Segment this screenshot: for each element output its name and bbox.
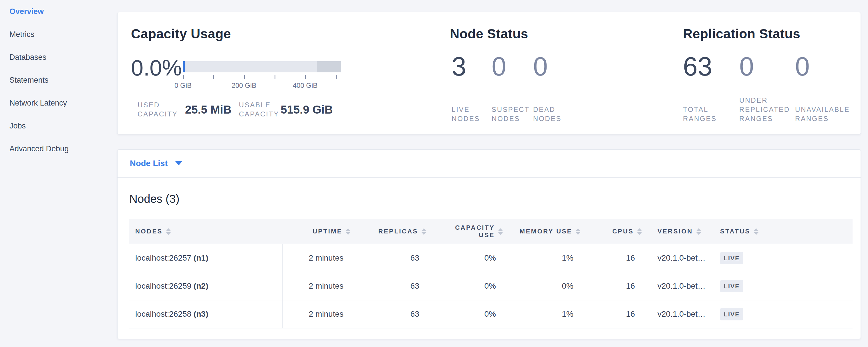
- capacity-usage-bar: [183, 61, 341, 72]
- sort-icon: [754, 228, 758, 235]
- live-nodes-stat: 3 LIVE NODES: [452, 53, 489, 123]
- cluster-summary-card: Capacity Usage 0.0% 0 GiB 200 GiB 400 Gi…: [117, 12, 861, 134]
- suspect-nodes-stat: 0 SUSPECT NODES: [492, 53, 529, 123]
- column-header-cpus[interactable]: CPUS: [583, 219, 645, 244]
- nodes-heading: Nodes (3): [129, 193, 180, 204]
- table-row: localhost:26259 (n2) 2 minutes 63 0% 0% …: [129, 272, 852, 300]
- cpus-cell: 16: [583, 272, 645, 300]
- capacity-stats: USED CAPACITY 25.5 MiB USABLE CAPACITY 5…: [137, 100, 333, 119]
- node-list-dropdown[interactable]: Node List: [118, 150, 861, 178]
- capacity-usage-title: Capacity Usage: [131, 26, 231, 41]
- sort-icon: [498, 228, 503, 235]
- suspect-nodes-value: 0: [492, 53, 529, 80]
- column-header-capacity-use[interactable]: CAPACITY USE: [429, 219, 506, 244]
- usable-capacity-label: USABLE CAPACITY: [239, 100, 279, 119]
- sidebar-item-statements[interactable]: Statements: [0, 69, 117, 92]
- column-header-version[interactable]: VERSION: [645, 219, 715, 244]
- node-id: (n2): [194, 282, 208, 290]
- used-capacity-value: 25.5 MiB: [185, 103, 231, 116]
- under-replicated-ranges-label: UNDER-REPLICATED RANGES: [739, 96, 801, 123]
- capacity-bar-used-marker: [183, 61, 185, 72]
- memory-use-cell: 1%: [506, 300, 583, 328]
- total-ranges-label: TOTAL RANGES: [683, 105, 735, 123]
- capacity-axis-ticks: [183, 75, 341, 79]
- status-cell: LIVE: [715, 272, 852, 300]
- sort-icon: [346, 228, 350, 235]
- uptime-cell: 2 minutes: [282, 300, 353, 328]
- sidebar-item-overview[interactable]: Overview: [0, 0, 117, 23]
- status-cell: LIVE: [715, 244, 852, 272]
- version-cell: v20.1.0-bet…: [645, 300, 715, 328]
- sidebar-item-jobs[interactable]: Jobs: [0, 115, 117, 137]
- cpus-cell: 16: [583, 244, 645, 272]
- uptime-cell: 2 minutes: [282, 272, 353, 300]
- total-ranges-stat: 63 TOTAL RANGES: [683, 53, 735, 123]
- cpus-cell: 16: [583, 300, 645, 328]
- node-id: (n3): [194, 310, 208, 318]
- usable-capacity-value: 515.9 GiB: [281, 103, 333, 116]
- column-header-memory-use[interactable]: MEMORY USE: [506, 219, 583, 244]
- version-cell: v20.1.0-bet…: [645, 244, 715, 272]
- sort-icon: [576, 228, 580, 235]
- live-nodes-value: 3: [452, 53, 489, 80]
- sidebar-item-databases[interactable]: Databases: [0, 46, 117, 69]
- capacity-use-cell: 0%: [429, 300, 506, 328]
- column-header-uptime[interactable]: UPTIME: [282, 219, 353, 244]
- live-nodes-label: LIVE NODES: [452, 105, 489, 123]
- suspect-nodes-label: SUSPECT NODES: [492, 105, 529, 123]
- capacity-use-cell: 0%: [429, 244, 506, 272]
- sidebar-item-metrics[interactable]: Metrics: [0, 23, 117, 46]
- axis-label-200: 200 GiB: [231, 82, 256, 90]
- used-capacity-label: USED CAPACITY: [137, 100, 183, 119]
- status-badge: LIVE: [720, 252, 743, 264]
- table-row: localhost:26257 (n1) 2 minutes 63 0% 1% …: [129, 244, 852, 272]
- axis-label-0: 0 GiB: [175, 82, 192, 90]
- sort-icon: [166, 228, 171, 235]
- sort-icon: [637, 228, 642, 235]
- chevron-down-icon: [175, 161, 182, 165]
- table-row: localhost:26258 (n3) 2 minutes 63 0% 1% …: [129, 300, 852, 328]
- status-badge: LIVE: [720, 280, 743, 292]
- unavailable-ranges-value: 0: [795, 53, 867, 80]
- dead-nodes-stat: 0 DEAD NODES: [533, 53, 570, 123]
- version-cell: v20.1.0-bet…: [645, 272, 715, 300]
- table-header-row: NODES UPTIME REPLICAS CAPACITY USE: [129, 219, 852, 244]
- memory-use-cell: 0%: [506, 272, 583, 300]
- unavailable-ranges-stat: 0 UNAVAILABLE RANGES: [795, 53, 867, 123]
- status-cell: LIVE: [715, 300, 852, 328]
- dead-nodes-label: DEAD NODES: [533, 105, 570, 123]
- node-address-cell: localhost:26258 (n3): [129, 300, 282, 328]
- node-list-card: Node List Nodes (3) NODES UPTIME: [117, 149, 861, 339]
- replicas-cell: 63: [353, 244, 429, 272]
- column-header-status[interactable]: STATUS: [715, 219, 852, 244]
- node-status-title: Node Status: [450, 26, 528, 41]
- memory-use-cell: 1%: [506, 244, 583, 272]
- node-address-cell: localhost:26257 (n1): [129, 244, 282, 272]
- sort-icon: [696, 228, 701, 235]
- column-header-replicas[interactable]: REPLICAS: [353, 219, 429, 244]
- status-badge: LIVE: [720, 308, 743, 320]
- column-header-nodes[interactable]: NODES: [129, 219, 282, 244]
- capacity-bar-reserved-segment: [317, 61, 341, 72]
- sort-icon: [422, 228, 426, 235]
- capacity-use-cell: 0%: [429, 272, 506, 300]
- sidebar: Overview Metrics Databases Statements Ne…: [0, 0, 117, 347]
- uptime-cell: 2 minutes: [282, 244, 353, 272]
- total-ranges-value: 63: [683, 53, 735, 80]
- axis-label-400: 400 GiB: [293, 82, 318, 90]
- under-replicated-ranges-value: 0: [739, 53, 801, 80]
- sidebar-item-advanced-debug[interactable]: Advanced Debug: [0, 137, 117, 160]
- under-replicated-ranges-stat: 0 UNDER-REPLICATED RANGES: [739, 53, 801, 123]
- replicas-cell: 63: [353, 300, 429, 328]
- dead-nodes-value: 0: [533, 53, 570, 80]
- nodes-table: NODES UPTIME REPLICAS CAPACITY USE: [129, 219, 852, 328]
- sidebar-item-network-latency[interactable]: Network Latency: [0, 92, 117, 115]
- replicas-cell: 63: [353, 272, 429, 300]
- node-list-dropdown-label: Node List: [130, 159, 167, 168]
- capacity-used-percent: 0.0%: [131, 57, 182, 79]
- node-id: (n1): [194, 253, 208, 262]
- node-address-cell: localhost:26259 (n2): [129, 272, 282, 300]
- unavailable-ranges-label: UNAVAILABLE RANGES: [795, 105, 867, 123]
- replication-status-title: Replication Status: [683, 26, 800, 41]
